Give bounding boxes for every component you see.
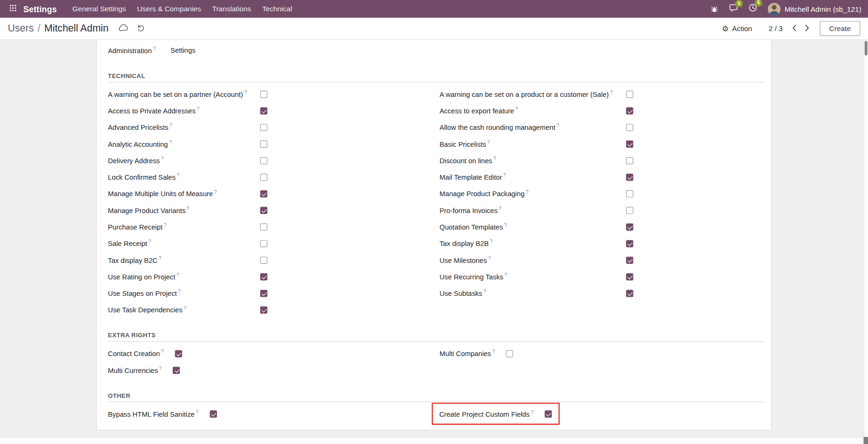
field-box: Multi Companies? (440, 349, 514, 358)
checkbox[interactable] (626, 206, 633, 214)
checkbox[interactable] (260, 157, 267, 164)
horizontal-scrollbar[interactable] (0, 437, 864, 444)
checkbox[interactable] (260, 140, 267, 147)
field-label: Manage Product Packaging? (440, 190, 529, 198)
control-bar-left: Users / Mitchell Admin (8, 23, 145, 34)
activities-badge: 5 (755, 0, 762, 7)
field-label: A warning can be set on a product or a c… (440, 91, 613, 98)
checkbox[interactable] (626, 290, 633, 297)
field-label-text: Contact Creation (108, 350, 160, 357)
app-name[interactable]: Settings (23, 4, 56, 14)
save-button[interactable] (119, 24, 129, 33)
field-box: Mail Template Editor? (440, 172, 634, 182)
administration-value[interactable]: Settings (170, 47, 195, 54)
checkbox[interactable] (260, 124, 267, 131)
navbar-right: 5 5 Mitchell Admin (sb_121) (710, 2, 861, 15)
help-icon: ? (503, 173, 506, 178)
menu-technical[interactable]: Technical (257, 0, 297, 18)
checkbox[interactable] (626, 124, 633, 131)
help-icon: ? (504, 272, 507, 278)
checkbox[interactable] (260, 174, 267, 181)
checkbox[interactable] (175, 350, 182, 357)
checkbox[interactable] (626, 90, 633, 97)
field-label-text: Quotation Templates (440, 223, 503, 231)
help-icon: ? (526, 189, 529, 195)
checkbox[interactable] (260, 107, 267, 114)
checkbox[interactable] (506, 350, 513, 357)
field-row: Create Project Custom Fields? (440, 405, 764, 422)
activities-button[interactable]: 5 (748, 3, 757, 15)
pager-previous-button[interactable] (792, 24, 796, 33)
checkbox[interactable] (260, 190, 267, 197)
debug-icon[interactable] (710, 5, 719, 13)
checkbox[interactable] (260, 240, 267, 247)
checkbox[interactable] (626, 256, 633, 263)
checkbox[interactable] (260, 290, 267, 297)
action-label: Action (732, 24, 752, 33)
help-icon: ? (196, 409, 199, 415)
checkbox[interactable] (260, 206, 267, 214)
help-icon: ? (531, 409, 534, 415)
field-label: Allow the cash rounding management? (440, 124, 559, 131)
field-label: Basic Pricelists? (440, 141, 490, 148)
field-row: Manage Multiple Units of Measure? (108, 185, 436, 202)
help-icon: ? (487, 139, 490, 145)
menu-translations[interactable]: Translations (207, 0, 257, 18)
checkbox[interactable] (626, 223, 633, 230)
breadcrumb-users-link[interactable]: Users (8, 23, 33, 34)
user-name: Mitchell Admin (sb_121) (785, 5, 861, 13)
checkbox[interactable] (626, 190, 633, 197)
checkbox[interactable] (209, 410, 217, 417)
checkbox[interactable] (260, 90, 267, 97)
label-wrap: Pro-forma Invoices? (440, 205, 626, 215)
apps-menu-button[interactable] (7, 0, 19, 18)
checkbox[interactable] (626, 273, 633, 280)
checkbox[interactable] (626, 174, 633, 181)
field-box: Use Stages on Project? (108, 288, 267, 298)
field-column-left: Contact Creation?Multi Currencies? (108, 345, 436, 379)
menu-general-settings[interactable]: General Settings (67, 0, 131, 18)
undo-arrow-icon (137, 24, 145, 33)
vertical-scrollbar[interactable] (864, 40, 868, 437)
field-row: Discount on lines? (440, 152, 764, 168)
menu-users-companies[interactable]: Users & Companies (131, 0, 206, 18)
help-icon: ? (177, 173, 179, 178)
label-wrap: Multi Currencies? (108, 365, 161, 375)
checkbox[interactable] (626, 107, 633, 114)
label-wrap: Use Task Dependencies? (108, 305, 260, 315)
messages-button[interactable]: 5 (729, 4, 738, 14)
checkbox[interactable] (260, 273, 267, 280)
vertical-scrollbar-thumb[interactable] (865, 41, 868, 56)
control-bar-right: ⚙ Action 2 / 3 Create (722, 21, 860, 36)
field-box: Use Task Dependencies? (108, 305, 267, 315)
help-icon: ? (492, 349, 495, 355)
action-menu-button[interactable]: ⚙ Action (722, 24, 752, 33)
help-icon: ? (214, 189, 217, 195)
discard-button[interactable] (137, 24, 145, 33)
checkbox[interactable] (260, 256, 267, 263)
checkbox[interactable] (173, 366, 180, 373)
control-bar: Users / Mitchell Admin ⚙ (0, 18, 868, 40)
field-box: Bypass HTML Field Sanitize? (108, 409, 217, 419)
checkbox[interactable] (626, 240, 633, 247)
help-icon: ? (515, 106, 518, 112)
create-button[interactable]: Create (820, 21, 860, 36)
top-menus: General Settings Users & Companies Trans… (67, 0, 297, 18)
field-row: A warning can be set on a product or a c… (440, 86, 764, 102)
pager-next-button[interactable] (805, 24, 809, 33)
field-row: Lock Confirmed Sales? (108, 169, 436, 185)
help-icon: ? (169, 123, 172, 128)
checkbox[interactable] (545, 410, 552, 417)
field-row: Contact Creation? (108, 345, 436, 362)
user-menu[interactable]: Mitchell Admin (sb_121) (768, 2, 861, 15)
scrollbar-corner (864, 437, 868, 444)
checkbox[interactable] (626, 157, 633, 164)
field-grid: Contact Creation?Multi Currencies?Multi … (108, 345, 764, 379)
field-label-text: Allow the cash rounding management (440, 124, 555, 131)
field-label: Sale Receipt? (108, 240, 151, 247)
field-label: Use Rating on Project? (108, 273, 179, 281)
field-row: Manage Product Packaging? (440, 185, 764, 202)
checkbox[interactable] (626, 140, 633, 147)
checkbox[interactable] (260, 306, 267, 313)
checkbox[interactable] (260, 223, 267, 230)
